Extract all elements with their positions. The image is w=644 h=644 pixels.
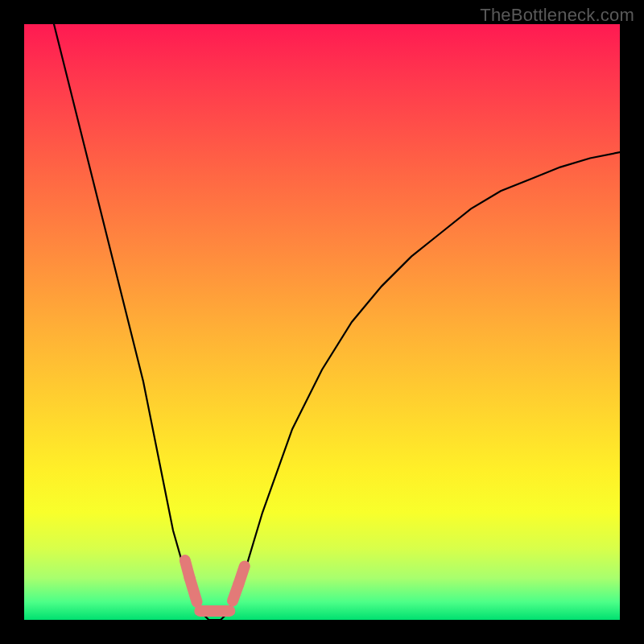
plot-area: [24, 24, 620, 620]
chart-svg: [24, 24, 620, 620]
marker-group: [185, 560, 245, 611]
outer-frame: TheBottleneck.com: [0, 0, 644, 644]
segment-left-lower: [190, 578, 197, 602]
bottleneck-curve: [54, 24, 620, 620]
segment-right-upper: [238, 566, 244, 584]
watermark-text: TheBottleneck.com: [480, 5, 634, 26]
